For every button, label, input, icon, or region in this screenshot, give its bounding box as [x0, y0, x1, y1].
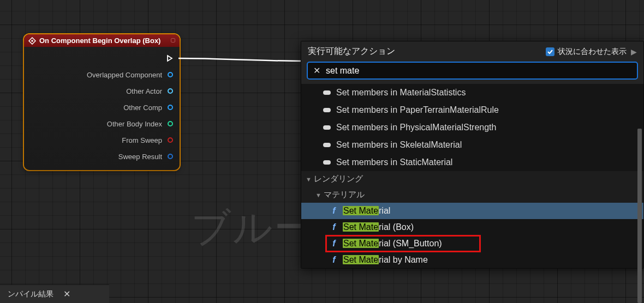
exec-pin-icon[interactable]	[166, 54, 174, 62]
output-pin-row: Sweep Result	[29, 148, 174, 165]
action-result-struct[interactable]: Set members in SkeletalMaterial	[301, 136, 643, 154]
action-result-struct[interactable]: Set members in MaterialStatistics	[301, 84, 643, 101]
result-label: Set Material (Box)	[343, 222, 414, 232]
compile-results-tab[interactable]: ンパイル結果 ✕	[0, 284, 109, 303]
action-result-function[interactable]: fSet Material (Box)	[301, 219, 643, 235]
result-label: Set members in MaterialStatistics	[336, 88, 466, 98]
event-node[interactable]: On Component Begin Overlap (Box) Overlap…	[24, 34, 180, 170]
node-title: On Component Begin Overlap (Box)	[39, 37, 160, 45]
node-header[interactable]: On Component Begin Overlap (Box)	[24, 34, 180, 47]
output-pin-row: From Sweep	[29, 132, 174, 148]
output-pin-row: Overlapped Component	[29, 66, 174, 83]
action-menu-header: 実行可能なアクション 状況に合わせた表示 ▶	[301, 41, 643, 60]
struct-pill-icon	[323, 160, 331, 165]
search-box: ✕	[307, 62, 638, 80]
output-pin-row: Other Body Index	[29, 116, 174, 132]
category-label: マテリアル	[324, 190, 365, 200]
output-pin-row: Other Comp	[29, 99, 174, 116]
action-result-function[interactable]: fSet Material	[301, 203, 643, 219]
category-material[interactable]: ▼マテリアル	[301, 187, 643, 203]
data-pin-icon[interactable]	[166, 120, 174, 128]
pin-label: Other Actor	[126, 87, 162, 95]
action-result-function[interactable]: fSet Material (SM_Button)	[301, 235, 643, 252]
result-label: Set members in StaticMaterial	[336, 157, 452, 167]
clear-search-icon[interactable]: ✕	[313, 65, 320, 76]
result-label: Set Material by Name	[343, 255, 428, 265]
output-pin-row: Other Actor	[29, 83, 174, 99]
function-icon: f	[331, 206, 337, 216]
results-list: Set members in MaterialStatisticsSet mem…	[301, 84, 643, 268]
action-menu-title: 実行可能なアクション	[308, 46, 395, 57]
function-icon: f	[331, 255, 337, 265]
close-icon[interactable]: ✕	[63, 289, 70, 299]
data-pin-icon[interactable]	[166, 136, 174, 144]
chevron-right-icon: ▶	[631, 47, 637, 56]
checkbox-icon	[546, 47, 554, 56]
action-result-struct[interactable]: Set members in StaticMaterial	[301, 154, 643, 171]
data-pin-icon[interactable]	[166, 153, 174, 160]
result-label: Set members in PaperTerrainMaterialRule	[336, 105, 499, 115]
search-input[interactable]	[326, 66, 631, 76]
struct-pill-icon	[323, 125, 331, 130]
action-result-function[interactable]: fSet Material by Name	[301, 252, 643, 268]
data-pin-icon[interactable]	[166, 71, 174, 78]
pin-label: From Sweep	[122, 136, 162, 144]
tab-label: ンパイル結果	[8, 289, 53, 299]
result-label: Set members in SkeletalMaterial	[336, 140, 462, 150]
pin-label: Sweep Result	[118, 153, 162, 161]
scroll-thumb[interactable]	[637, 129, 642, 303]
data-pin-icon[interactable]	[166, 104, 174, 111]
node-body: Overlapped ComponentOther ActorOther Com…	[24, 47, 180, 170]
action-menu: 実行可能なアクション 状況に合わせた表示 ▶ ✕ Set members in …	[301, 41, 644, 269]
category-rendering[interactable]: ▼レンダリング	[301, 171, 643, 187]
function-icon: f	[331, 239, 337, 249]
action-result-struct[interactable]: Set members in PhysicalMaterialStrength	[301, 119, 643, 136]
context-sensitive-toggle[interactable]: 状況に合わせた表示 ▶	[546, 47, 637, 57]
category-label: レンダリング	[314, 174, 363, 184]
pin-label: Other Comp	[123, 104, 162, 112]
struct-pill-icon	[323, 143, 331, 147]
struct-pill-icon	[323, 90, 331, 95]
watermark-text: ブルー	[191, 202, 314, 254]
action-result-struct[interactable]: Set members in PaperTerrainMaterialRule	[301, 101, 643, 119]
node-breakpoint-icon	[171, 38, 175, 43]
event-diamond-icon	[28, 37, 36, 45]
pin-label: Overlapped Component	[87, 71, 162, 79]
chevron-down-icon: ▼	[315, 192, 321, 198]
result-label: Set Material (SM_Button)	[343, 239, 442, 249]
function-icon: f	[331, 222, 337, 232]
data-pin-icon[interactable]	[166, 87, 174, 95]
scrollbar[interactable]	[637, 129, 642, 303]
context-sensitive-label: 状況に合わせた表示	[558, 47, 627, 57]
result-label: Set members in PhysicalMaterialStrength	[336, 123, 496, 132]
output-pin-row	[29, 50, 174, 66]
result-label: Set Material	[343, 206, 390, 216]
struct-pill-icon	[323, 108, 331, 112]
pin-label: Other Body Index	[107, 120, 162, 128]
chevron-down-icon: ▼	[306, 176, 312, 183]
